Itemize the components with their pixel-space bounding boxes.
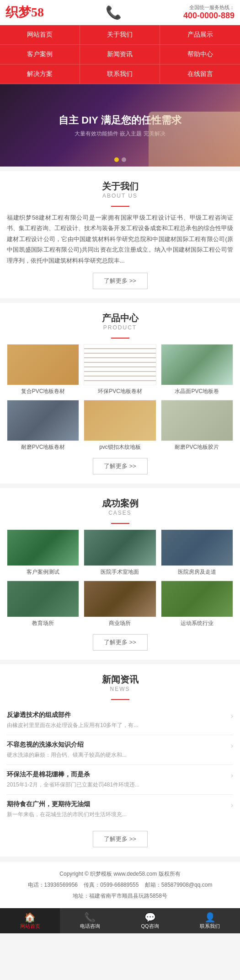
footer: Copyright © 织梦模板 www.dede58.com 版权所有 电话：… [0, 861, 240, 908]
nav-item-products[interactable]: 产品展示 [160, 25, 240, 45]
bottom-nav-contact[interactable]: 👤 联系我们 [180, 908, 240, 933]
product-img-6 [161, 400, 233, 441]
product-item-2[interactable]: 环保PVC地板卷材 [84, 344, 156, 395]
banner-dots [114, 157, 126, 162]
news-section: 新闻资讯 NEWS 反渗透技术的组成部件 由橡皮衬里里面在水处理设备上应用有10… [0, 664, 240, 856]
news-desc-2: 硬水洗涤的麻烦：用合钙、镁离子较高的硬水和... [7, 751, 227, 759]
case-item-3[interactable]: 医院房房及走道 [161, 529, 233, 576]
case-img-5 [84, 581, 156, 617]
products-section: 产品中心 PRODUCT 复合PVC地板卷材 环保PVC地板卷材 水晶面PVC地… [0, 303, 240, 484]
news-title-1: 反渗透技术的组成部件 [7, 711, 227, 719]
banner-dot-1[interactable] [114, 157, 119, 162]
bottom-nav-home-label: 网站首页 [20, 923, 40, 929]
news-arrow-1: › [227, 712, 233, 720]
news-divider [111, 699, 129, 700]
about-divider [111, 206, 129, 207]
case-item-5[interactable]: 商业场所 [84, 581, 156, 627]
news-arrow-4: › [227, 801, 233, 809]
user-icon: 👤 [182, 912, 238, 923]
news-arrow-2: › [227, 742, 233, 750]
cases-section: 成功案例 CASES 客户案例测试 医院手术室地面 医院房房及走道 教育场所 商… [0, 488, 240, 660]
product-name-1: 复合PVC地板卷材 [7, 388, 79, 395]
about-learn-more[interactable]: 了解更多 >> [93, 273, 148, 289]
bottom-nav-phone[interactable]: 📞 电话咨询 [60, 908, 120, 933]
footer-phone: 电话：13936569956 传真：0599-66889555 邮箱：58587… [7, 879, 233, 890]
about-title-en: ABOUT US [7, 193, 233, 199]
nav-item-home[interactable]: 网站首页 [0, 25, 80, 45]
bottom-nav: 🏠 网站首页 📞 电话咨询 💬 QQ咨询 👤 联系我们 [0, 908, 240, 933]
products-divider [111, 338, 129, 339]
news-content-1: 反渗透技术的组成部件 由橡皮衬里里面在水处理设备上应用有10多年了，有... [7, 711, 227, 729]
case-item-1[interactable]: 客户案例测试 [7, 529, 79, 576]
product-img-1 [7, 344, 79, 385]
cases-title-zh: 成功案例 [7, 497, 233, 510]
news-learn-more[interactable]: 了解更多 >> [93, 831, 148, 847]
nav-item-help[interactable]: 帮助中心 [160, 45, 240, 65]
news-item-2[interactable]: 不容忽视的洗涤水知识介绍 硬水洗涤的麻烦：用合钙、镁离子较高的硬水和... › [7, 735, 233, 765]
qq-icon: 💬 [122, 912, 178, 923]
product-name-2: 环保PVC地板卷材 [84, 388, 156, 395]
product-item-3[interactable]: 水晶面PVC地板卷 [161, 344, 233, 395]
product-img-4 [7, 400, 79, 441]
news-title-3: 环保法不是棉花绷棒，而是杀 [7, 770, 227, 779]
case-img-6 [161, 581, 233, 617]
product-img-2 [84, 344, 156, 385]
news-content-3: 环保法不是棉花绷棒，而是杀 2015年1-2月，全省环保部门已立案处罚481件环… [7, 770, 227, 789]
home-icon: 🏠 [2, 912, 58, 923]
products-grid: 复合PVC地板卷材 环保PVC地板卷材 水晶面PVC地板卷 耐磨PVC地板卷材 … [7, 344, 233, 451]
product-name-4: 耐磨PVC地板卷材 [7, 443, 79, 451]
case-img-4 [7, 581, 79, 617]
nav-item-solutions[interactable]: 解决方案 [0, 65, 80, 84]
news-title-zh: 新闻资讯 [7, 673, 233, 686]
news-desc-1: 由橡皮衬里里面在水处理设备上应用有10多年了，有... [7, 721, 227, 729]
product-img-5 [84, 400, 156, 441]
product-name-3: 水晶面PVC地板卷 [161, 388, 233, 395]
product-item-1[interactable]: 复合PVC地板卷材 [7, 344, 79, 395]
banner-dot-2[interactable] [122, 157, 126, 162]
product-item-6[interactable]: 耐磨PVC地板胶片 [161, 400, 233, 451]
news-list: 反渗透技术的组成部件 由橡皮衬里里面在水处理设备上应用有10多年了，有... ›… [7, 705, 233, 824]
about-section: 关于我们 ABOUT US 福建织梦58建材工程有限公司是一家拥有国家甲级工程设… [0, 171, 240, 298]
bottom-nav-qq-label: QQ咨询 [141, 923, 159, 929]
case-img-1 [7, 529, 79, 566]
bottom-nav-home[interactable]: 🏠 网站首页 [0, 908, 60, 933]
nav-item-cases[interactable]: 客户案例 [0, 45, 80, 65]
case-name-4: 教育场所 [7, 619, 79, 627]
nav-item-news[interactable]: 新闻资讯 [80, 45, 160, 65]
footer-address: 地址：福建省南平市顺昌县玩路5858号 [7, 890, 233, 901]
case-name-1: 客户案例测试 [7, 568, 79, 576]
case-item-2[interactable]: 医院手术室地面 [84, 529, 156, 576]
products-learn-more[interactable]: 了解更多 >> [93, 458, 148, 474]
cases-grid: 客户案例测试 医院手术室地面 医院房房及走道 教育场所 商业场所 运动系统行业 [7, 529, 233, 627]
product-name-6: 耐磨PVC地板胶片 [161, 443, 233, 451]
case-name-3: 医院房房及走道 [161, 568, 233, 576]
product-item-4[interactable]: 耐磨PVC地板卷材 [7, 400, 79, 451]
cases-learn-more[interactable]: 了解更多 >> [93, 634, 148, 651]
product-item-5[interactable]: pvc锁扣木纹地板 [84, 400, 156, 451]
nav-item-contact[interactable]: 联系我们 [80, 65, 160, 84]
case-item-6[interactable]: 运动系统行业 [161, 581, 233, 627]
logo: 织梦58 [5, 4, 44, 21]
case-name-6: 运动系统行业 [161, 619, 233, 627]
news-desc-4: 新一年来临，在花城生活的市民们对生活环境充... [7, 810, 227, 818]
case-name-2: 医院手术室地面 [84, 568, 156, 576]
phone-nav-icon: 📞 [62, 912, 118, 923]
about-text: 福建织梦58建材工程有限公司是一家拥有国家甲级工程设计证书、甲级工程咨询证书、集… [7, 212, 233, 266]
news-item-3[interactable]: 环保法不是棉花绷棒，而是杀 2015年1-2月，全省环保部门已立案处罚481件环… [7, 765, 233, 795]
bottom-nav-qq[interactable]: 💬 QQ咨询 [120, 908, 180, 933]
header: 织梦58 📞 全国统一服务热线： 400-0000-889 [0, 0, 240, 25]
about-title-zh: 关于我们 [7, 180, 233, 193]
news-item-4[interactable]: 期待食在广州，更期待无油烟 新一年来临，在花城生活的市民们对生活环境充... › [7, 795, 233, 824]
products-title-zh: 产品中心 [7, 312, 233, 324]
nav-item-guestbook[interactable]: 在线留言 [160, 65, 240, 84]
news-content-4: 期待食在广州，更期待无油烟 新一年来临，在花城生活的市民们对生活环境充... [7, 800, 227, 818]
main-nav: 网站首页 关于我们 产品展示 客户案例 新闻资讯 帮助中心 解决方案 联系我们 … [0, 25, 240, 84]
banner: 自主 DIY 满足您的任性需求 大量有效功能插件 嵌入主题 完美解决 [0, 84, 240, 167]
case-item-4[interactable]: 教育场所 [7, 581, 79, 627]
case-name-5: 商业场所 [84, 619, 156, 627]
case-img-3 [161, 529, 233, 566]
news-item-1[interactable]: 反渗透技术的组成部件 由橡皮衬里里面在水处理设备上应用有10多年了，有... › [7, 705, 233, 735]
product-name-5: pvc锁扣木纹地板 [84, 443, 156, 451]
news-content-2: 不容忽视的洗涤水知识介绍 硬水洗涤的麻烦：用合钙、镁离子较高的硬水和... [7, 741, 227, 759]
nav-item-about[interactable]: 关于我们 [80, 25, 160, 45]
